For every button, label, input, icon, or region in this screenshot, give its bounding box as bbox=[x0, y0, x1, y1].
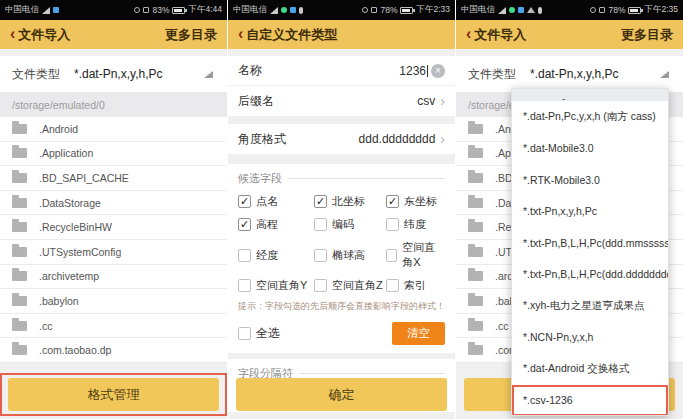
file-type-selector[interactable]: 文件类型 *.dat-Pn,x,y,h,Pc bbox=[0, 56, 227, 92]
folder-icon bbox=[468, 148, 483, 158]
clock-label: 下午2:35 bbox=[644, 4, 678, 16]
checkbox-kongjian-y[interactable]: ✓空间直角Y bbox=[238, 278, 314, 293]
back-icon: ‹ bbox=[238, 26, 243, 42]
dropdown-item[interactable]: *.RTK-Mobile3.0 bbox=[512, 164, 668, 196]
back-icon: ‹ bbox=[10, 26, 15, 42]
folder-list: .Android .Application .BD_SAPI_CACHE .Da… bbox=[0, 117, 227, 363]
checkbox-weidu[interactable]: ✓纬度 bbox=[386, 217, 445, 232]
folder-row[interactable]: .com.taobao.dp bbox=[0, 338, 227, 363]
dropdown-item[interactable]: *.NCN-Pn,y,x,h bbox=[512, 322, 668, 354]
mic-icon bbox=[299, 7, 303, 14]
folder-icon bbox=[468, 296, 483, 306]
clear-all-button[interactable]: 清空 bbox=[392, 322, 445, 345]
dropdown-item[interactable]: *.xyh-电力之星道亨成果点 bbox=[512, 290, 668, 322]
angle-format-value: ddd.dddddddd bbox=[359, 132, 436, 146]
status-bar: 中国电信 83% 下午4:44 bbox=[0, 0, 227, 20]
dropdown-item[interactable]: *.txt-Pn,B,L,H,Pc(ddd.mmssssss) bbox=[512, 227, 668, 259]
mute-icon bbox=[134, 7, 140, 13]
folder-name: .archivetemp bbox=[39, 270, 99, 282]
mute-icon bbox=[590, 7, 596, 13]
folder-row[interactable]: .DataStorage bbox=[0, 191, 227, 216]
dropdown-item-csv-1236[interactable]: *.csv-1236 bbox=[512, 385, 668, 417]
confirm-button[interactable]: 确定 bbox=[236, 378, 447, 411]
checkbox-icon: ✓ bbox=[386, 218, 399, 231]
hint-text: 提示：字段勾选的先后顺序会直接影响字段的样式！ bbox=[228, 293, 455, 316]
checkbox-gaocheng[interactable]: ✓高程 bbox=[238, 217, 314, 232]
checkbox-kongjian-z[interactable]: ✓空间直角Z bbox=[314, 278, 386, 293]
alarm-icon bbox=[599, 7, 605, 13]
back-button[interactable]: ‹ 文件导入 bbox=[10, 26, 70, 44]
checkbox-icon: ✓ bbox=[386, 279, 399, 292]
checkbox-icon: ✓ bbox=[386, 195, 399, 208]
file-type-selector[interactable]: 文件类型 *.dat-Pn,x,y,h,Pc bbox=[456, 56, 683, 92]
checkbox-bianma[interactable]: ✓编码 bbox=[314, 217, 386, 232]
file-type-label: 文件类型 bbox=[12, 66, 60, 83]
dropdown-triangle-icon[interactable] bbox=[204, 71, 213, 78]
folder-icon bbox=[468, 222, 483, 232]
screen-file-import-dropdown: 中国电信 78% 下午2:35 ‹ 文件导入 更多目录 bbox=[456, 0, 683, 419]
file-type-label: 文件类型 bbox=[468, 66, 516, 83]
more-directories-button[interactable]: 更多目录 bbox=[165, 26, 217, 44]
checkbox-grid: ✓点名 ✓北坐标 ✓东坐标 ✓高程 ✓编码 ✓纬度 ✓经度 ✓椭球高 ✓空间直角… bbox=[228, 190, 455, 293]
folder-row[interactable]: .BD_SAPI_CACHE bbox=[0, 166, 227, 191]
format-manage-button[interactable]: 格式管理 bbox=[8, 378, 219, 411]
dropdown-item[interactable]: *.dat-Mobile3.0 bbox=[512, 133, 668, 165]
nav-bar: ‹ 自定义文件类型 bbox=[228, 20, 455, 49]
folder-name: .UTSystemConfig bbox=[39, 246, 121, 258]
checkbox-kongjian-x[interactable]: ✓空间直角X bbox=[386, 240, 445, 270]
nav-bar: ‹ 文件导入 更多目录 bbox=[456, 20, 683, 49]
checkbox-beizuobiao[interactable]: ✓北坐标 bbox=[314, 194, 386, 209]
select-all-checkbox[interactable]: ✓全选 bbox=[238, 325, 392, 342]
back-button[interactable]: ‹ 文件导入 bbox=[466, 26, 526, 44]
checkbox-icon: ✓ bbox=[238, 279, 251, 292]
checkbox-dianming[interactable]: ✓点名 bbox=[238, 194, 314, 209]
folder-row[interactable]: .UTSystemConfig bbox=[0, 240, 227, 265]
mic-icon bbox=[538, 7, 542, 14]
folder-name: .DataStorage bbox=[39, 197, 101, 209]
back-icon: ‹ bbox=[466, 26, 471, 42]
clear-icon[interactable]: × bbox=[431, 64, 445, 78]
current-path: /storage/emulated/0 bbox=[0, 92, 227, 117]
dropdown-item[interactable]: *.txt-Pn,x,y,h,Pc bbox=[512, 196, 668, 228]
folder-icon bbox=[12, 198, 27, 208]
back-button[interactable]: ‹ 自定义文件类型 bbox=[238, 26, 337, 44]
checkbox-dongzuobiao[interactable]: ✓东坐标 bbox=[386, 194, 445, 209]
folder-icon bbox=[468, 198, 483, 208]
checkbox-icon: ✓ bbox=[238, 218, 251, 231]
dropdown-item[interactable]: *.dat-Android 交换格式 bbox=[512, 353, 668, 385]
checkbox-suoyin[interactable]: ✓索引 bbox=[386, 278, 445, 293]
screen-custom-file-type: 中国电信 78% 下午2:33 ‹ 自定义文件类型 名称 bbox=[228, 0, 455, 419]
folder-row[interactable]: .Application bbox=[0, 142, 227, 167]
name-field-row[interactable]: 名称 1236 × bbox=[228, 56, 455, 86]
dropdown-triangle-icon[interactable] bbox=[660, 71, 669, 78]
folder-icon bbox=[12, 271, 27, 281]
folder-row[interactable]: .Android bbox=[0, 117, 227, 142]
folder-row[interactable]: .RecycleBinHW bbox=[0, 215, 227, 240]
folder-row[interactable]: .babylon bbox=[0, 289, 227, 314]
dropdown-item-partial[interactable] bbox=[512, 89, 668, 101]
folder-name: .Application bbox=[39, 147, 93, 159]
chevron-right-icon: › bbox=[440, 94, 445, 108]
folder-row[interactable]: .cc bbox=[0, 314, 227, 339]
name-input-value[interactable]: 1236 bbox=[399, 64, 426, 78]
page-title: 自定义文件类型 bbox=[246, 26, 337, 44]
dropdown-item[interactable]: *.dat-Pn,Pc,y,x,h (南方 cass) bbox=[512, 101, 668, 133]
notification-icon bbox=[290, 7, 296, 13]
checkbox-tuoqiugao[interactable]: ✓椭球高 bbox=[314, 240, 386, 270]
suffix-field-row[interactable]: 后缀名 csv › bbox=[228, 86, 455, 116]
checkbox-jingdu[interactable]: ✓经度 bbox=[238, 240, 314, 270]
battery-icon bbox=[172, 7, 185, 14]
battery-percent: 78% bbox=[608, 5, 625, 15]
folder-row[interactable]: .archivetemp bbox=[0, 265, 227, 290]
dropdown-item[interactable]: *.txt-Pn,B,L,H,Pc(ddd.dddddddd) bbox=[512, 259, 668, 291]
page-title: 文件导入 bbox=[18, 26, 70, 44]
status-dot-icon bbox=[509, 7, 515, 13]
more-directories-button[interactable]: 更多目录 bbox=[621, 26, 673, 44]
folder-name: .cc bbox=[39, 320, 52, 332]
battery-icon bbox=[628, 7, 641, 14]
folder-icon bbox=[12, 222, 27, 232]
status-bar: 中国电信 78% 下午2:33 bbox=[228, 0, 455, 20]
folder-icon bbox=[12, 173, 27, 183]
angle-format-row[interactable]: 角度格式 ddd.dddddddd › bbox=[228, 124, 455, 154]
folder-icon bbox=[468, 271, 483, 281]
